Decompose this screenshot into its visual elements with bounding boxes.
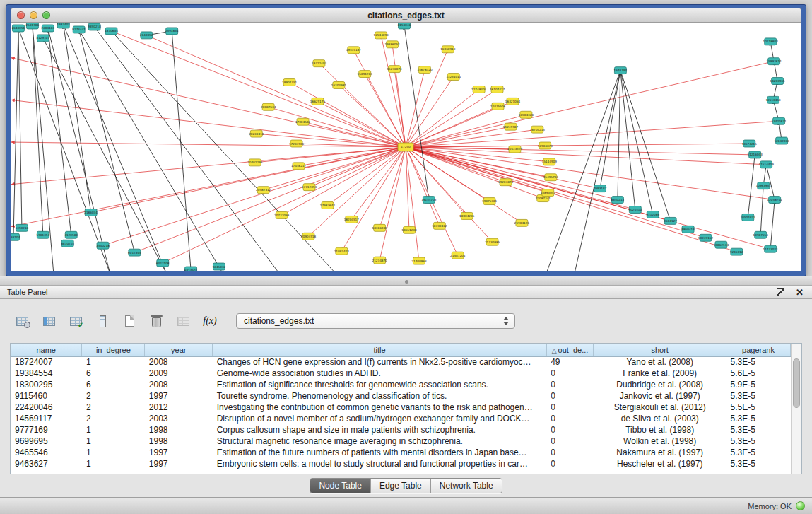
graph-node[interactable]: 18551238 (401, 226, 417, 233)
graph-node[interactable]: 20401295 (247, 159, 263, 166)
graph-node[interactable]: 10862134 (714, 241, 729, 248)
table-cell[interactable]: 9777169 (11, 424, 82, 436)
table-cell[interactable]: 1 (82, 436, 145, 447)
graph-node[interactable]: 17712053 (302, 184, 317, 191)
graph-node[interactable]: 19204876 (498, 179, 514, 186)
graph-node[interactable]: 6870215 (61, 240, 74, 247)
close-window-button[interactable] (17, 11, 25, 19)
table-cell[interactable]: 9699695 (11, 436, 82, 447)
graph-node[interactable]: 16504328 (519, 111, 534, 118)
graph-node[interactable]: 8129107 (37, 35, 50, 42)
table-cell[interactable]: Changes of HCN gene expression and I(f) … (213, 356, 546, 368)
table-cell[interactable]: 0 (546, 379, 594, 390)
graph-node[interactable]: 9350218 (88, 23, 101, 30)
table-cell[interactable]: 1997 (145, 458, 213, 469)
split-divider[interactable] (0, 276, 812, 286)
graph-node[interactable]: 19722403 (312, 60, 327, 67)
table-cell[interactable]: Genome-wide association studies in ADHD. (213, 368, 546, 379)
table-cell[interactable]: 9463627 (11, 458, 82, 469)
graph-node[interactable]: 15236074 (387, 66, 402, 73)
network-window-titlebar[interactable]: citations_edges.txt (11, 8, 801, 22)
graph-node[interactable]: 16321064 (505, 98, 521, 105)
table-row[interactable]: 946554611997Estimation of the future num… (11, 447, 791, 458)
graph-node[interactable]: 21408963 (411, 257, 427, 264)
graph-node[interactable]: 17004582 (295, 118, 311, 125)
graph-node[interactable]: 10987654 (753, 231, 769, 238)
table-row[interactable]: 969969511998Structural magnetic resonanc… (11, 436, 791, 447)
table-cell[interactable]: Tibbo et al. (1998) (594, 424, 726, 436)
graph-node[interactable]: 19154703 (421, 197, 437, 204)
table-cell[interactable]: Estimation of the future numbers of pati… (213, 447, 546, 458)
float-panel-icon[interactable] (777, 288, 784, 296)
table-cell[interactable]: Wolkin et al. (1998) (594, 436, 726, 447)
new-table-button[interactable] (120, 312, 139, 330)
graph-node[interactable]: 17240 (398, 143, 413, 151)
table-cell[interactable]: 5.3E-5 (726, 458, 791, 469)
rows-button[interactable] (93, 312, 112, 330)
graph-node[interactable]: 12058741 (767, 197, 783, 204)
table-cell[interactable]: 1 (82, 424, 145, 436)
table-cell[interactable]: 0 (546, 436, 594, 447)
graph-node[interactable]: 12544093 (373, 32, 389, 39)
table-cell[interactable]: Yano et al. (2008) (594, 356, 726, 368)
graph-node[interactable]: 6012345 (128, 249, 141, 256)
graph-node[interactable]: 15893041 (541, 189, 556, 197)
split-handle[interactable] (405, 280, 408, 284)
tab-edge-table[interactable]: Edge Table (371, 479, 431, 493)
graph-node[interactable]: 18204517 (344, 216, 360, 223)
graph-node[interactable]: 1648794 (614, 67, 628, 74)
network-view[interactable]: 1724010433529112459871207550612748404132… (11, 22, 801, 271)
graph-node[interactable]: 13254011 (446, 74, 461, 81)
table-row[interactable]: 2242004622012Investigating the contribut… (11, 402, 791, 413)
graph-node[interactable]: 16960910 (440, 46, 456, 53)
graph-node[interactable]: 18730462 (432, 222, 447, 229)
table-cell[interactable]: 2 (82, 402, 145, 413)
table-cell[interactable]: Franke et al. (2009) (594, 368, 726, 379)
graph-node[interactable]: 20904518 (301, 233, 317, 240)
graph-node[interactable]: 1093104 (11, 233, 20, 240)
table-cell[interactable]: 5.3E-5 (726, 390, 791, 402)
graph-node[interactable]: 19075381 (482, 198, 498, 205)
table-row[interactable]: 1872400712008Changes of HCN gene express… (11, 356, 791, 368)
table-cell[interactable]: 2008 (145, 379, 213, 390)
graph-node[interactable]: 2640051 (12, 25, 25, 32)
table-cell[interactable]: 5.3E-5 (726, 413, 791, 424)
graph-node[interactable]: 4120583 (64, 231, 78, 238)
zoom-window-button[interactable] (42, 11, 50, 19)
graph-node[interactable]: 6423108 (156, 259, 170, 267)
table-cell[interactable]: 49 (546, 356, 594, 368)
table-cell[interactable]: Structural magnetic resonance image aver… (213, 436, 546, 447)
table-row[interactable]: 946362711997Embryonic stem cells: a mode… (11, 458, 791, 469)
graph-node[interactable]: 2531706 (26, 23, 40, 29)
graph-node[interactable]: 16704215 (530, 126, 546, 133)
network-window[interactable]: citations_edges.txt 17240104335291124598… (6, 4, 806, 276)
table-cell[interactable]: Dudbridge et al. (2008) (594, 379, 726, 390)
graph-node[interactable]: 18904235 (459, 212, 475, 219)
graph-node[interactable]: 14203965 (770, 78, 785, 85)
table-cell[interactable]: 2 (82, 390, 145, 402)
column-header-year[interactable]: year (145, 344, 213, 356)
graph-node[interactable]: 10574215 (742, 140, 758, 147)
graph-node[interactable]: 21587204 (450, 252, 466, 259)
graph-node[interactable]: 20087634 (261, 103, 276, 110)
table-cell[interactable]: 18300295 (11, 379, 82, 390)
graph-node[interactable]: 10245162 (698, 234, 714, 241)
table-cell[interactable]: 1 (82, 458, 145, 469)
graph-node[interactable]: 9604127 (664, 217, 677, 224)
table-cell[interactable]: 6 (82, 379, 145, 390)
table-selector-combo[interactable]: citations_edges.txt (236, 313, 515, 329)
table-cell[interactable]: 1998 (145, 436, 213, 447)
graph-node[interactable]: 12840963 (774, 137, 789, 144)
table-cell[interactable]: 0 (546, 458, 594, 469)
table-cell[interactable]: 6 (82, 368, 145, 379)
graph-node[interactable]: 20587312 (256, 187, 271, 194)
graph-node[interactable]: 19534187 (346, 47, 362, 54)
table-cell[interactable]: 5.3E-5 (726, 356, 791, 368)
graph-node[interactable]: 16904873 (538, 142, 553, 149)
graph-node[interactable]: 17234906 (289, 140, 305, 147)
graph-node[interactable]: 1987402 (57, 23, 70, 28)
graph-node[interactable]: 17983642 (320, 202, 336, 209)
column-header-name[interactable]: name (11, 344, 82, 356)
column-header-short[interactable]: short (594, 344, 726, 356)
graph-node[interactable]: 2186034 (84, 209, 98, 216)
